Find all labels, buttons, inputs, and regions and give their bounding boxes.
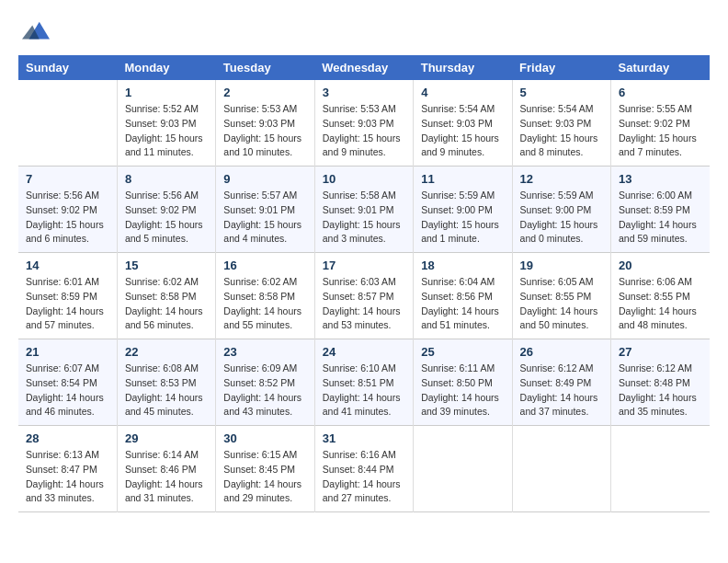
logo (18, 18, 50, 46)
day-number: 20 (619, 259, 702, 272)
cell-info: Sunrise: 5:59 AMSunset: 9:00 PMDaylight:… (520, 189, 603, 247)
cell-info: Sunrise: 5:53 AMSunset: 9:03 PMDaylight:… (223, 102, 306, 160)
day-number: 15 (125, 259, 208, 272)
day-number: 21 (26, 345, 109, 359)
day-number: 5 (520, 86, 603, 99)
weekday-header-tuesday: Tuesday (216, 55, 314, 80)
calendar-cell: 18Sunrise: 6:04 AMSunset: 8:56 PMDayligh… (414, 253, 512, 339)
day-number: 6 (619, 86, 702, 99)
cell-info: Sunrise: 6:11 AMSunset: 8:50 PMDaylight:… (421, 362, 504, 419)
calendar-table: SundayMondayTuesdayWednesdayThursdayFrid… (18, 55, 710, 512)
calendar-cell: 15Sunrise: 6:02 AMSunset: 8:58 PMDayligh… (117, 253, 215, 339)
calendar-cell: 5Sunrise: 5:54 AMSunset: 9:03 PMDaylight… (512, 80, 610, 167)
cell-info: Sunrise: 6:01 AMSunset: 8:59 PMDaylight:… (26, 275, 109, 333)
day-number: 25 (421, 345, 504, 359)
cell-info: Sunrise: 6:08 AMSunset: 8:53 PMDaylight:… (125, 362, 208, 419)
day-number: 27 (619, 345, 702, 359)
calendar-cell: 6Sunrise: 5:55 AMSunset: 9:02 PMDaylight… (611, 80, 710, 167)
calendar-cell: 3Sunrise: 5:53 AMSunset: 9:03 PMDaylight… (314, 80, 413, 167)
calendar-cell: 10Sunrise: 5:58 AMSunset: 9:01 PMDayligh… (314, 167, 413, 253)
week-row-5: 28Sunrise: 6:13 AMSunset: 8:47 PMDayligh… (18, 426, 710, 512)
cell-info: Sunrise: 5:59 AMSunset: 9:00 PMDaylight:… (421, 189, 504, 247)
day-number: 7 (26, 172, 109, 186)
calendar-cell: 1Sunrise: 5:52 AMSunset: 9:03 PMDaylight… (117, 80, 215, 167)
day-number: 18 (421, 259, 504, 272)
cell-info: Sunrise: 6:10 AMSunset: 8:51 PMDaylight:… (323, 362, 405, 419)
calendar-cell: 28Sunrise: 6:13 AMSunset: 8:47 PMDayligh… (18, 426, 117, 512)
cell-info: Sunrise: 6:14 AMSunset: 8:46 PMDaylight:… (125, 448, 208, 506)
day-number: 28 (26, 431, 109, 445)
day-number: 22 (125, 345, 208, 359)
calendar-cell: 16Sunrise: 6:02 AMSunset: 8:58 PMDayligh… (216, 253, 314, 339)
cell-info: Sunrise: 5:57 AMSunset: 9:01 PMDaylight:… (223, 189, 306, 247)
day-number: 29 (125, 431, 208, 445)
day-number: 10 (323, 172, 405, 186)
cell-info: Sunrise: 6:09 AMSunset: 8:52 PMDaylight:… (223, 362, 306, 419)
day-number: 17 (323, 259, 405, 272)
cell-info: Sunrise: 6:03 AMSunset: 8:57 PMDaylight:… (323, 275, 405, 333)
cell-info: Sunrise: 6:04 AMSunset: 8:56 PMDaylight:… (421, 275, 504, 333)
calendar-cell: 7Sunrise: 5:56 AMSunset: 9:02 PMDaylight… (18, 167, 117, 253)
cell-info: Sunrise: 5:54 AMSunset: 9:03 PMDaylight:… (421, 102, 504, 160)
day-number: 2 (223, 86, 306, 99)
calendar-cell: 27Sunrise: 6:12 AMSunset: 8:48 PMDayligh… (611, 339, 710, 426)
cell-info: Sunrise: 6:12 AMSunset: 8:49 PMDaylight:… (520, 362, 603, 419)
cell-info: Sunrise: 5:54 AMSunset: 9:03 PMDaylight:… (520, 102, 603, 160)
page-header (18, 18, 710, 46)
cell-info: Sunrise: 6:13 AMSunset: 8:47 PMDaylight:… (26, 448, 109, 506)
cell-info: Sunrise: 6:02 AMSunset: 8:58 PMDaylight:… (223, 275, 306, 333)
day-number: 9 (223, 172, 306, 186)
cell-info: Sunrise: 6:05 AMSunset: 8:55 PMDaylight:… (520, 275, 603, 333)
calendar-cell (414, 426, 512, 512)
cell-info: Sunrise: 6:12 AMSunset: 8:48 PMDaylight:… (619, 362, 702, 419)
day-number: 26 (520, 345, 603, 359)
calendar-cell: 20Sunrise: 6:06 AMSunset: 8:55 PMDayligh… (611, 253, 710, 339)
day-number: 16 (223, 259, 306, 272)
calendar-cell: 11Sunrise: 5:59 AMSunset: 9:00 PMDayligh… (414, 167, 512, 253)
cell-info: Sunrise: 5:58 AMSunset: 9:01 PMDaylight:… (323, 189, 405, 247)
week-row-4: 21Sunrise: 6:07 AMSunset: 8:54 PMDayligh… (18, 339, 710, 426)
calendar-cell: 14Sunrise: 6:01 AMSunset: 8:59 PMDayligh… (18, 253, 117, 339)
calendar-cell: 30Sunrise: 6:15 AMSunset: 8:45 PMDayligh… (216, 426, 314, 512)
weekday-header-wednesday: Wednesday (314, 55, 413, 80)
calendar-cell: 8Sunrise: 5:56 AMSunset: 9:02 PMDaylight… (117, 167, 215, 253)
day-number: 31 (323, 431, 405, 445)
day-number: 30 (223, 431, 306, 445)
weekday-header-saturday: Saturday (611, 55, 710, 80)
day-number: 3 (323, 86, 405, 99)
day-number: 12 (520, 172, 603, 186)
calendar-cell: 21Sunrise: 6:07 AMSunset: 8:54 PMDayligh… (18, 339, 117, 426)
calendar-cell: 26Sunrise: 6:12 AMSunset: 8:49 PMDayligh… (512, 339, 610, 426)
day-number: 1 (125, 86, 208, 99)
calendar-cell (611, 426, 710, 512)
day-number: 24 (323, 345, 405, 359)
cell-info: Sunrise: 6:07 AMSunset: 8:54 PMDaylight:… (26, 362, 109, 419)
calendar-cell: 24Sunrise: 6:10 AMSunset: 8:51 PMDayligh… (314, 339, 413, 426)
calendar-cell: 13Sunrise: 6:00 AMSunset: 8:59 PMDayligh… (611, 167, 710, 253)
day-number: 14 (26, 259, 109, 272)
calendar-cell (512, 426, 610, 512)
cell-info: Sunrise: 6:16 AMSunset: 8:44 PMDaylight:… (323, 448, 405, 506)
cell-info: Sunrise: 6:15 AMSunset: 8:45 PMDaylight:… (223, 448, 306, 506)
weekday-header-thursday: Thursday (414, 55, 512, 80)
cell-info: Sunrise: 5:56 AMSunset: 9:02 PMDaylight:… (125, 189, 208, 247)
weekday-header-friday: Friday (512, 55, 610, 80)
calendar-cell: 19Sunrise: 6:05 AMSunset: 8:55 PMDayligh… (512, 253, 610, 339)
cell-info: Sunrise: 6:02 AMSunset: 8:58 PMDaylight:… (125, 275, 208, 333)
week-row-2: 7Sunrise: 5:56 AMSunset: 9:02 PMDaylight… (18, 167, 710, 253)
calendar-cell: 22Sunrise: 6:08 AMSunset: 8:53 PMDayligh… (117, 339, 215, 426)
weekday-header-row: SundayMondayTuesdayWednesdayThursdayFrid… (18, 55, 710, 80)
day-number: 19 (520, 259, 603, 272)
cell-info: Sunrise: 5:53 AMSunset: 9:03 PMDaylight:… (323, 102, 405, 160)
cell-info: Sunrise: 5:56 AMSunset: 9:02 PMDaylight:… (26, 189, 109, 247)
calendar-cell: 2Sunrise: 5:53 AMSunset: 9:03 PMDaylight… (216, 80, 314, 167)
calendar-cell: 29Sunrise: 6:14 AMSunset: 8:46 PMDayligh… (117, 426, 215, 512)
cell-info: Sunrise: 6:00 AMSunset: 8:59 PMDaylight:… (619, 189, 702, 247)
day-number: 13 (619, 172, 702, 186)
cell-info: Sunrise: 6:06 AMSunset: 8:55 PMDaylight:… (619, 275, 702, 333)
calendar-cell: 9Sunrise: 5:57 AMSunset: 9:01 PMDaylight… (216, 167, 314, 253)
week-row-3: 14Sunrise: 6:01 AMSunset: 8:59 PMDayligh… (18, 253, 710, 339)
day-number: 23 (223, 345, 306, 359)
cell-info: Sunrise: 5:55 AMSunset: 9:02 PMDaylight:… (619, 102, 702, 160)
weekday-header-monday: Monday (117, 55, 215, 80)
